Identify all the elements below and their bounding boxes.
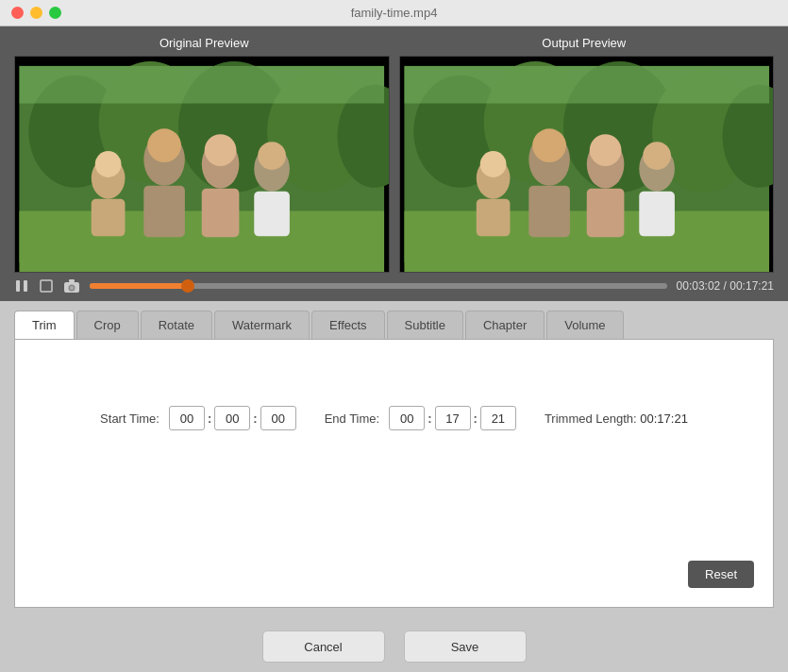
start-sep1: :	[208, 412, 211, 426]
end-hh-input[interactable]: 00	[389, 406, 425, 430]
preview-videos	[14, 56, 774, 273]
svg-rect-40	[639, 192, 675, 237]
cancel-button[interactable]: Cancel	[262, 630, 385, 663]
svg-rect-28	[404, 66, 769, 104]
end-sep1: :	[428, 412, 431, 426]
progress-thumb	[181, 279, 194, 293]
svg-rect-10	[92, 199, 126, 237]
tab-crop[interactable]: Crop	[76, 311, 139, 339]
start-time-label: Start Time:	[100, 412, 159, 426]
trim-controls: Start Time: 00 : 00 : 00 End Time: 00 : …	[34, 406, 754, 430]
pause-icon	[14, 278, 29, 294]
tab-volume[interactable]: Volume	[546, 311, 623, 339]
tabs-area: Trim Crop Rotate Watermark Effects Subti…	[0, 301, 788, 617]
output-video-frame	[399, 56, 775, 273]
end-time-group: 00 : 17 : 21	[389, 406, 516, 430]
reset-button[interactable]: Reset	[688, 561, 754, 588]
progress-bar[interactable]	[90, 283, 667, 289]
svg-rect-48	[69, 279, 75, 282]
camera-icon	[63, 278, 80, 294]
start-ss-input[interactable]: 00	[260, 406, 296, 430]
tab-subtitle[interactable]: Subtitle	[387, 311, 463, 339]
original-photo	[15, 57, 389, 272]
svg-point-20	[258, 142, 286, 170]
end-sep2: :	[474, 412, 478, 426]
end-mm-input[interactable]: 17	[435, 406, 471, 430]
panel-footer: Reset	[34, 561, 754, 588]
close-button[interactable]	[11, 7, 24, 19]
tabs-row: Trim Crop Rotate Watermark Effects Subti…	[14, 311, 774, 340]
original-preview-label: Original Preview	[14, 36, 394, 50]
trimmed-length-label: Trimmed Length: 00:17:21	[545, 412, 688, 426]
preview-headers: Original Preview Output Preview	[14, 36, 774, 50]
svg-point-35	[532, 128, 566, 162]
window-controls[interactable]	[11, 7, 61, 19]
pause-button[interactable]	[14, 278, 29, 294]
svg-rect-37	[586, 189, 624, 238]
original-video-frame	[14, 56, 390, 273]
start-hh-input[interactable]: 00	[169, 406, 205, 430]
output-photo	[400, 57, 774, 272]
bottom-buttons: Cancel Save	[0, 617, 788, 672]
main-container: Original Preview Output Preview	[0, 26, 788, 672]
svg-point-14	[147, 128, 181, 162]
preview-area: Original Preview Output Preview	[0, 26, 788, 273]
svg-rect-19	[254, 192, 290, 237]
start-mm-input[interactable]: 00	[214, 406, 250, 430]
controls-bar: 00:03:02 / 00:17:21	[0, 273, 788, 301]
tab-chapter[interactable]: Chapter	[465, 311, 545, 339]
svg-rect-34	[528, 186, 570, 238]
svg-point-41	[643, 142, 671, 170]
end-time-label: End Time:	[325, 412, 380, 426]
start-sep2: :	[253, 412, 257, 426]
tab-trim[interactable]: Trim	[14, 311, 75, 339]
window-title: family-time.mp4	[351, 6, 438, 20]
svg-rect-43	[24, 280, 27, 292]
minimize-button[interactable]	[30, 7, 42, 19]
save-button[interactable]: Save	[404, 630, 527, 663]
tab-watermark[interactable]: Watermark	[214, 311, 310, 339]
svg-rect-44	[41, 280, 52, 292]
maximize-button[interactable]	[49, 7, 61, 19]
svg-rect-7	[19, 66, 384, 104]
trimmed-length-value: 00:17:21	[640, 412, 688, 426]
svg-point-47	[70, 286, 74, 290]
titlebar: family-time.mp4	[0, 0, 788, 26]
screenshot-button[interactable]	[63, 278, 80, 294]
svg-rect-42	[16, 280, 20, 292]
svg-point-17	[205, 134, 237, 166]
tab-panel-trim: Start Time: 00 : 00 : 00 End Time: 00 : …	[14, 340, 774, 608]
svg-rect-16	[202, 189, 240, 238]
tab-effects[interactable]: Effects	[311, 311, 385, 339]
svg-point-32	[479, 151, 506, 177]
svg-point-38	[589, 134, 621, 166]
progress-filled	[90, 283, 188, 289]
end-ss-input[interactable]: 21	[480, 406, 516, 430]
svg-rect-31	[476, 199, 510, 237]
svg-rect-13	[143, 186, 185, 238]
frame-button[interactable]	[39, 278, 54, 294]
tab-rotate[interactable]: Rotate	[141, 311, 212, 339]
time-display: 00:03:02 / 00:17:21	[677, 279, 774, 293]
start-time-group: 00 : 00 : 00	[169, 406, 296, 430]
output-preview-label: Output Preview	[394, 36, 775, 50]
frame-icon	[39, 278, 54, 294]
svg-point-11	[95, 151, 122, 177]
